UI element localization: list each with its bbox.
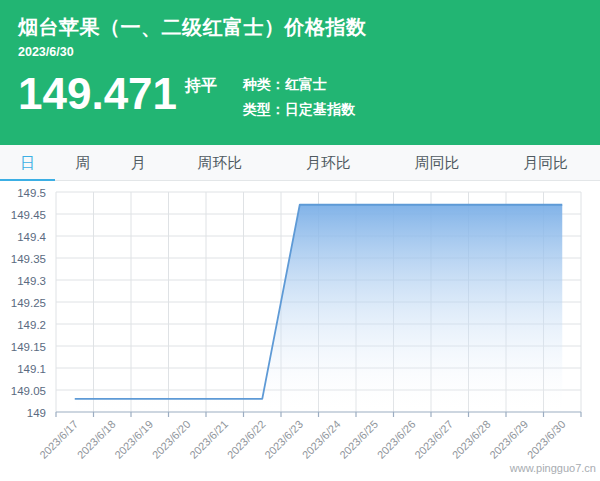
svg-text:2023/6/17: 2023/6/17: [37, 418, 80, 461]
tab-week[interactable]: 周: [55, 145, 110, 181]
header-date: 2023/6/30: [18, 45, 600, 59]
svg-text:2023/6/26: 2023/6/26: [375, 418, 418, 461]
svg-text:2023/6/23: 2023/6/23: [262, 418, 305, 461]
svg-text:2023/6/18: 2023/6/18: [75, 418, 118, 461]
svg-text:149.3: 149.3: [17, 275, 46, 287]
tab-month-yoy[interactable]: 月同比: [491, 145, 600, 181]
svg-text:2023/6/24: 2023/6/24: [300, 418, 343, 461]
price-index-chart[interactable]: 149.5149.45149.4149.35149.3149.25149.214…: [0, 181, 600, 481]
index-meta: 种类：红富士 类型：日定基指数: [243, 72, 355, 122]
y-axis-labels: 149.5149.45149.4149.35149.3149.25149.214…: [11, 187, 47, 419]
price-index-page: 烟台苹果（一、二级红富士）价格指数 2023/6/30 149.471持平 种类…: [0, 0, 600, 481]
svg-text:149.4: 149.4: [17, 231, 46, 243]
tab-day[interactable]: 日: [0, 145, 55, 181]
trend-badge: 持平: [185, 76, 217, 97]
svg-text:2023/6/22: 2023/6/22: [225, 418, 268, 461]
tab-month-mom[interactable]: 月环比: [274, 145, 383, 181]
tab-week-mom[interactable]: 周环比: [166, 145, 275, 181]
svg-text:2023/6/20: 2023/6/20: [150, 418, 193, 461]
svg-text:149.15: 149.15: [11, 341, 46, 353]
svg-text:149.1: 149.1: [17, 363, 46, 375]
tab-week-yoy[interactable]: 周同比: [383, 145, 492, 181]
header: 烟台苹果（一、二级红富士）价格指数 2023/6/30 149.471持平 种类…: [0, 0, 600, 145]
x-axis: [56, 412, 581, 417]
page-title: 烟台苹果（一、二级红富士）价格指数: [18, 14, 600, 40]
svg-text:149.35: 149.35: [11, 253, 46, 265]
svg-text:2023/6/27: 2023/6/27: [412, 418, 455, 461]
tab-month[interactable]: 月: [111, 145, 166, 181]
svg-text:149.5: 149.5: [17, 187, 46, 199]
svg-text:2023/6/21: 2023/6/21: [187, 418, 230, 461]
svg-text:149.05: 149.05: [11, 385, 46, 397]
svg-text:2023/6/19: 2023/6/19: [112, 418, 155, 461]
svg-text:149.25: 149.25: [11, 297, 46, 309]
svg-text:2023/6/30: 2023/6/30: [525, 418, 568, 461]
svg-text:149.45: 149.45: [11, 209, 46, 221]
index-row: 149.471持平 种类：红富士 类型：日定基指数: [18, 70, 600, 130]
chart-section: 149.5149.45149.4149.35149.3149.25149.214…: [0, 181, 600, 481]
variety-label: 种类：红富士: [243, 72, 355, 97]
svg-text:2023/6/25: 2023/6/25: [337, 418, 380, 461]
index-value: 149.471: [18, 70, 177, 118]
svg-text:149: 149: [27, 407, 46, 419]
svg-text:2023/6/28: 2023/6/28: [450, 418, 493, 461]
x-axis-labels: 2023/6/172023/6/182023/6/192023/6/202023…: [37, 418, 568, 461]
watermark: www.pingguo7.cn: [510, 462, 596, 474]
tab-bar: 日周月周环比月环比周同比月同比: [0, 145, 600, 181]
type-label: 类型：日定基指数: [243, 97, 355, 122]
svg-text:2023/6/29: 2023/6/29: [487, 418, 530, 461]
svg-text:149.2: 149.2: [17, 319, 46, 331]
